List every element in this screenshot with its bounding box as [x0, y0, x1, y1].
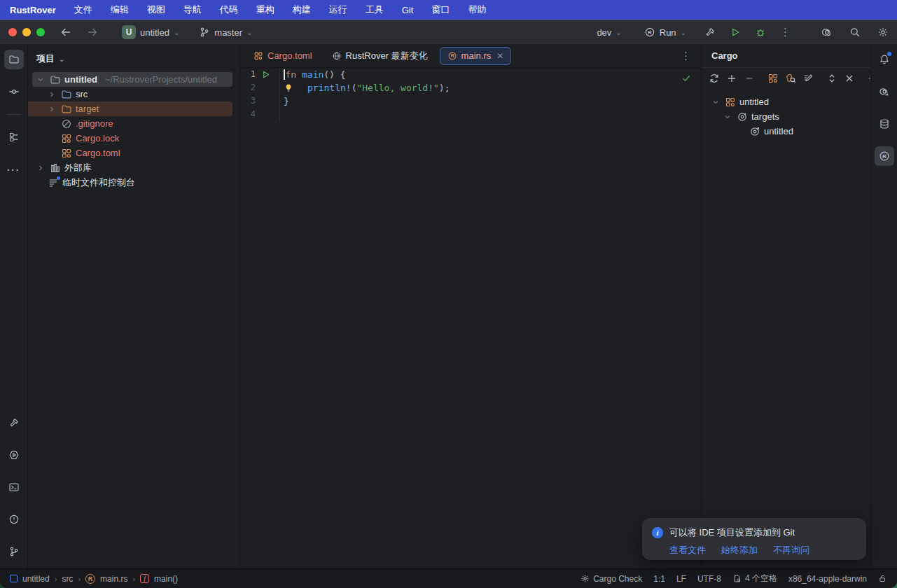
chevron-down-icon[interactable] [722, 113, 733, 121]
chevron-down-icon[interactable] [35, 76, 46, 84]
database-tool-window-button[interactable] [875, 114, 894, 134]
tree-row-scratches[interactable]: 临时文件和控制台 [28, 175, 239, 190]
notifications-button[interactable] [875, 50, 894, 69]
project-panel-header[interactable]: 项目 ⌄ [28, 48, 239, 69]
menu-help[interactable]: 帮助 [468, 4, 486, 16]
notification-action-view-files[interactable]: 查看文件 [669, 544, 706, 556]
intention-bulb-icon[interactable] [284, 83, 302, 93]
breadcrumb-src[interactable]: src [62, 574, 73, 584]
cargo-panel-toolbar [702, 68, 870, 89]
problems-tool-window-button[interactable] [4, 510, 24, 529]
tree-row-untitled-root[interactable]: untitled ~/RustroverProjects/untitled [32, 72, 232, 87]
encoding-widget[interactable]: UTF-8 [697, 574, 721, 584]
cargo-tree-row-targets[interactable]: targets [702, 109, 870, 124]
app-menu-rustrover[interactable]: RustRover [10, 5, 56, 15]
cargo-check-widget[interactable]: Cargo Check [580, 574, 642, 584]
cargo-tool-window-button[interactable]: R [875, 146, 894, 166]
reload-cargo-projects-icon[interactable] [709, 73, 720, 84]
tree-row-src[interactable]: src [28, 87, 239, 102]
project-tool-window-button[interactable] [4, 50, 24, 69]
collapse-all-icon[interactable] [844, 73, 855, 84]
readonly-lock-icon[interactable] [878, 574, 887, 583]
code-editor[interactable]: 1 fn main() { 2 println!("Hello, world!"… [240, 68, 701, 568]
menu-file[interactable]: 文件 [74, 4, 92, 16]
commit-tool-window-button[interactable] [4, 82, 24, 102]
structure-tool-window-button[interactable] [4, 127, 24, 147]
run-button[interactable] [730, 27, 741, 38]
run-configuration-widget[interactable]: R Run ⌄ [640, 24, 690, 40]
terminal-tool-window-button[interactable] [4, 477, 24, 497]
cargo-tree-row-target-untitled[interactable]: untitled [702, 124, 870, 139]
tree-row-cargo-lock[interactable]: Cargo.lock [28, 131, 239, 146]
minimize-window-button[interactable] [22, 28, 31, 36]
detach-cargo-project-icon[interactable] [744, 73, 755, 84]
cargo-project-icon[interactable] [767, 73, 779, 84]
tab-whats-new[interactable]: RustRover 最新变化 [324, 47, 436, 65]
attach-cargo-project-icon[interactable] [726, 73, 737, 84]
close-tab-icon[interactable]: ✕ [496, 51, 503, 61]
tab-cargo-toml[interactable]: Cargo.toml [246, 47, 320, 65]
svg-text:R: R [882, 153, 886, 160]
left-tool-window-stripe: ··· [0, 44, 28, 568]
chevron-down-icon[interactable] [710, 98, 721, 106]
ai-assistant-icon[interactable] [821, 27, 833, 38]
edit-source-icon[interactable] [802, 73, 814, 84]
vcs-branch-widget[interactable]: master ⌄ [195, 24, 256, 40]
targets-icon [737, 111, 748, 122]
more-actions-kebab-icon[interactable]: ⋮ [780, 26, 791, 38]
tab-main-rs[interactable]: R main.rs ✕ [440, 47, 512, 65]
menu-refactor[interactable]: 重构 [256, 4, 274, 16]
tree-row-cargo-toml[interactable]: Cargo.toml [28, 146, 239, 160]
menu-edit[interactable]: 编辑 [111, 4, 129, 16]
breadcrumb-main-fn[interactable]: main() [154, 574, 178, 584]
tree-row-gitignore[interactable]: .gitignore [28, 116, 239, 131]
project-widget[interactable]: U untitled ⌄ [118, 23, 183, 41]
menu-tools[interactable]: 工具 [366, 4, 384, 16]
more-tool-windows-button[interactable]: ··· [4, 160, 24, 179]
back-arrow-icon[interactable] [60, 27, 71, 38]
caret-position-widget[interactable]: 1:1 [653, 574, 665, 584]
breadcrumb-main-rs[interactable]: main.rs [100, 574, 127, 584]
menu-window[interactable]: 窗口 [431, 4, 450, 16]
git-tool-window-button[interactable] [4, 542, 24, 561]
run-hexagon-icon [8, 449, 20, 461]
close-window-button[interactable] [8, 28, 17, 36]
zoom-window-button[interactable] [36, 28, 45, 36]
profile-selector[interactable]: dev ⌄ [592, 25, 625, 40]
breadcrumb-untitled[interactable]: untitled [22, 574, 50, 584]
search-everywhere-icon[interactable] [849, 27, 861, 38]
tree-label: untitled [764, 126, 793, 136]
indent-file-icon [732, 574, 742, 583]
menu-view[interactable]: 视图 [147, 4, 165, 16]
chevron-right-icon[interactable] [46, 90, 57, 99]
menu-build[interactable]: 构建 [293, 4, 311, 16]
menu-git[interactable]: Git [402, 5, 414, 15]
debug-button[interactable] [755, 27, 766, 38]
chevron-right-icon: › [132, 575, 135, 583]
tree-label: Cargo.lock [76, 133, 119, 144]
tree-row-external-libraries[interactable]: 外部库 [28, 160, 239, 175]
expand-all-icon[interactable] [826, 73, 837, 84]
build-tool-window-button[interactable] [4, 413, 24, 433]
menu-navigate[interactable]: 导航 [183, 4, 202, 16]
notification-action-always-add[interactable]: 始终添加 [721, 544, 758, 556]
toolchain-widget[interactable]: x86_64-apple-darwin [788, 574, 867, 584]
indent-widget[interactable]: 4 个空格 [732, 573, 777, 584]
run-gutter-icon[interactable] [261, 70, 272, 79]
tab-options-kebab-icon[interactable]: ⋮ [681, 50, 695, 62]
menu-run[interactable]: 运行 [329, 4, 347, 16]
line-ending-widget[interactable]: LF [676, 574, 686, 584]
chevron-right-icon[interactable] [46, 105, 57, 113]
chevron-right-icon[interactable] [35, 164, 46, 172]
find-usages-icon[interactable] [785, 73, 796, 84]
run-tool-window-button[interactable] [4, 445, 24, 465]
menu-code[interactable]: 代码 [220, 4, 238, 16]
ai-assistant-tool-window-button[interactable] [875, 82, 894, 102]
cargo-tree-row-untitled[interactable]: untitled [702, 94, 870, 109]
build-hammer-icon[interactable] [704, 27, 716, 38]
notification-action-dont-ask[interactable]: 不再询问 [773, 544, 809, 556]
inspections-ok-icon[interactable] [681, 74, 691, 83]
tree-row-target[interactable]: target [28, 102, 232, 116]
forward-arrow-icon[interactable] [87, 27, 98, 38]
settings-gear-icon[interactable] [877, 27, 889, 38]
